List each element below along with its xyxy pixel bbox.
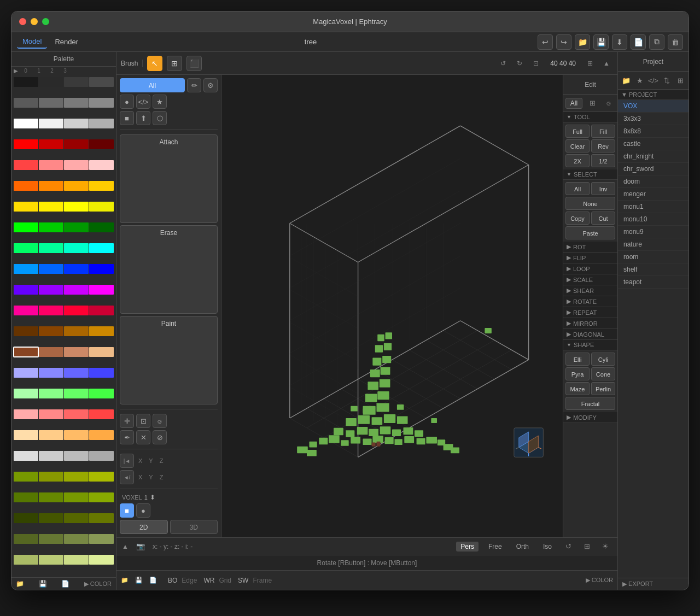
undo-button[interactable]: ↩ <box>538 34 553 50</box>
color-cell-27[interactable] <box>89 202 114 212</box>
color-cell-70[interactable] <box>64 430 89 440</box>
color-cell-90[interactable] <box>64 534 89 544</box>
folder-icon[interactable]: 📁 <box>16 580 24 588</box>
menu-model[interactable]: Model <box>17 35 47 49</box>
color-cell-24[interactable] <box>14 202 38 212</box>
shape-pyra-btn[interactable]: Pyra <box>565 367 590 380</box>
select-inv-btn[interactable]: Inv <box>591 182 615 195</box>
copy-file-button[interactable]: ⧉ <box>649 34 664 50</box>
brush-code-icon[interactable]: </> <box>136 95 150 109</box>
modify-section[interactable]: ▶ MODIFY <box>563 412 617 423</box>
color-cell-62[interactable] <box>64 389 89 398</box>
mode-free-btn[interactable]: Free <box>484 542 506 552</box>
color-cell-19[interactable] <box>89 160 114 170</box>
color-cell-41[interactable] <box>39 285 63 295</box>
flip-section[interactable]: ▶ FLIP <box>563 253 617 263</box>
scale-section[interactable]: ▶ SCALE <box>563 274 617 285</box>
color-cell-95[interactable] <box>89 555 114 565</box>
open-button[interactable]: 📁 <box>575 34 590 50</box>
shape-cone-btn[interactable]: Cone <box>591 367 615 380</box>
delete-file-button[interactable]: 🗑 <box>668 34 683 50</box>
reset-cam-icon[interactable]: ↺ <box>562 540 575 553</box>
mode-3d-btn[interactable]: 3D <box>170 520 218 534</box>
proj-code-icon[interactable]: </> <box>648 74 659 87</box>
proj-star-icon[interactable]: ★ <box>634 74 645 87</box>
color-cell-63[interactable] <box>89 389 114 398</box>
viewport[interactable] <box>221 75 563 537</box>
color-cell-17[interactable] <box>39 160 63 170</box>
color-cell-4[interactable] <box>14 98 38 108</box>
paint-btn[interactable]: Paint <box>120 316 218 404</box>
project-item-monu10[interactable]: monu10 <box>618 213 689 226</box>
shape-maze-btn[interactable]: Maze <box>565 382 590 395</box>
color-cell-66[interactable] <box>64 409 89 419</box>
save-button[interactable]: 💾 <box>593 34 609 50</box>
color-cell-89[interactable] <box>39 534 63 544</box>
color-cell-32[interactable] <box>14 243 38 253</box>
redo-viewport[interactable]: ↻ <box>513 57 526 70</box>
color-cell-57[interactable] <box>39 368 63 378</box>
repeat-section[interactable]: ▶ REPEAT <box>563 307 617 318</box>
color-cell-38[interactable] <box>64 264 89 274</box>
color-cell-85[interactable] <box>39 513 63 523</box>
color-cell-13[interactable] <box>39 139 63 149</box>
color-cell-29[interactable] <box>39 222 63 232</box>
palette-left-arrow[interactable]: ▶ <box>14 68 18 74</box>
color-cell-91[interactable] <box>89 534 114 544</box>
shape-elli-btn[interactable]: Elli <box>565 353 590 366</box>
proj-sort-icon[interactable]: ⇅ <box>661 74 673 87</box>
redo-button[interactable]: ↪ <box>556 34 571 50</box>
color-cell-7[interactable] <box>89 98 114 108</box>
color-cell-34[interactable] <box>64 243 89 253</box>
eyedrop-icon[interactable]: ✒ <box>120 430 134 444</box>
undo-viewport[interactable]: ↺ <box>497 57 510 70</box>
tool-half-btn[interactable]: 1/2 <box>591 154 615 167</box>
color-cell-21[interactable] <box>39 181 63 191</box>
brush-select-tool[interactable]: ↖ <box>147 56 162 71</box>
proj-folder-icon[interactable]: 📁 <box>620 74 632 87</box>
edge-btn[interactable]: Edge <box>182 577 197 584</box>
select-all-btn[interactable]: All <box>565 182 590 195</box>
bucket-icon[interactable]: ⊘ <box>153 430 167 444</box>
brush-cube-icon[interactable]: ⬡ <box>153 111 167 125</box>
color-cell-76[interactable] <box>14 472 38 482</box>
color-cell-61[interactable] <box>39 389 63 398</box>
brush-star-icon[interactable]: ★ <box>153 95 167 109</box>
color-cell-6[interactable] <box>64 98 89 108</box>
color-cell-23[interactable] <box>89 181 114 191</box>
shape-fractal-btn[interactable]: Fractal <box>565 397 615 410</box>
edit-all-btn[interactable]: All <box>565 98 582 109</box>
erase-btn[interactable]: Erase <box>120 225 218 314</box>
color-cell-22[interactable] <box>64 181 89 191</box>
menu-render[interactable]: Render <box>49 36 84 48</box>
color-cell-8[interactable] <box>14 119 38 128</box>
color-cell-44[interactable] <box>14 306 38 315</box>
color-cell-40[interactable] <box>14 285 38 295</box>
project-item-doom[interactable]: doom <box>618 175 689 188</box>
shape-3d-icon[interactable]: ● <box>136 503 150 518</box>
project-item-menger[interactable]: menger <box>618 188 689 201</box>
grid-view-icon[interactable]: ⊞ <box>580 540 593 553</box>
color-cell-47[interactable] <box>89 306 114 315</box>
loop-section[interactable]: ▶ LOOP <box>563 263 617 274</box>
color-cell-12[interactable] <box>14 139 38 149</box>
edit-select-icon[interactable]: ⊞ <box>586 97 599 110</box>
color-cell-5[interactable] <box>39 98 63 108</box>
color-cell-88[interactable] <box>14 534 38 544</box>
color-cell-43[interactable] <box>89 285 114 295</box>
project-item-monu1[interactable]: monu1 <box>618 201 689 213</box>
color-cell-18[interactable] <box>64 160 89 170</box>
tool-clear-btn[interactable]: Clear <box>565 139 590 152</box>
color-cell-45[interactable] <box>39 306 63 315</box>
color-cell-60[interactable] <box>14 389 38 398</box>
shape-perlin-btn[interactable]: Perlin <box>591 382 615 395</box>
close-button[interactable] <box>19 18 26 25</box>
tool-2x-btn[interactable]: 2X <box>565 154 590 167</box>
project-item-teapot[interactable]: teapot <box>618 276 689 289</box>
project-item-0[interactable]: 3x3x3 <box>618 113 689 125</box>
brush-move-icon[interactable]: ⬆ <box>136 111 150 125</box>
voxel-stepper[interactable]: ⬍ <box>150 494 155 501</box>
export-button[interactable]: ⬇ <box>612 34 627 50</box>
color-cell-86[interactable] <box>64 513 89 523</box>
color-cell-73[interactable] <box>39 451 63 461</box>
